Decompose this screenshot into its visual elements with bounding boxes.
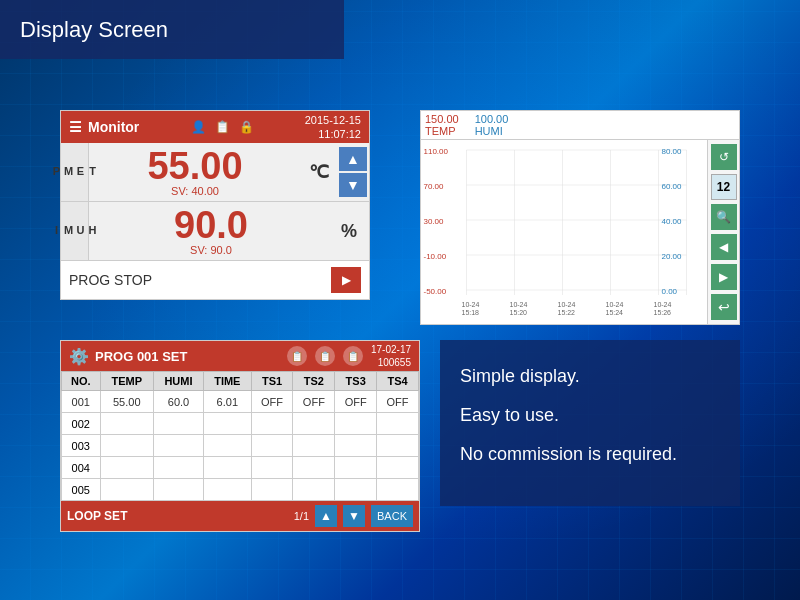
svg-text:15:18: 15:18 — [462, 309, 480, 316]
humi-sv: SV: 90.0 — [97, 244, 325, 256]
table-cell — [251, 479, 293, 501]
humi-nav-arrows — [365, 202, 369, 260]
monitor-date: 2015-12-15 — [305, 113, 361, 127]
prog-footer: LOOP SET 1/1 ▲ ▼ BACK — [61, 501, 419, 531]
page-up-btn[interactable]: ▲ — [315, 505, 337, 527]
temp-up-btn[interactable]: ▲ — [339, 147, 367, 171]
info-line2: Easy to use. — [460, 403, 720, 428]
table-cell: 60.0 — [153, 391, 203, 413]
col-humi: HUMI — [153, 372, 203, 391]
svg-text:80.00: 80.00 — [662, 147, 683, 156]
info-line1: Simple display. — [460, 364, 720, 389]
monitor-panel: ☰ Monitor 👤 📋 🔒 2015-12-15 11:07:12 TEMP… — [60, 110, 370, 300]
table-cell — [251, 435, 293, 457]
page-title: Display Screen — [20, 17, 168, 43]
chart-num-display: 12 — [711, 174, 737, 200]
svg-text:-10.00: -10.00 — [424, 252, 447, 261]
status-row: PROG STOP ▶ — [61, 261, 369, 299]
table-cell — [153, 435, 203, 457]
prog-table: NO. TEMP HUMI TIME TS1 TS2 TS3 TS4 00155… — [61, 371, 419, 501]
svg-text:10-24: 10-24 — [510, 301, 528, 308]
svg-text:10-24: 10-24 — [606, 301, 624, 308]
table-cell — [335, 413, 377, 435]
chart-svg: 110.00 70.00 30.00 -10.00 -50.00 80.00 6… — [421, 140, 707, 320]
table-cell — [377, 413, 419, 435]
temp-label: TEMP — [61, 143, 89, 201]
table-cell — [204, 435, 252, 457]
play-button[interactable]: ▶ — [331, 267, 361, 293]
table-cell — [204, 413, 252, 435]
table-cell — [335, 457, 377, 479]
svg-text:20.00: 20.00 — [662, 252, 683, 261]
prog-btn2[interactable]: 📋 — [315, 346, 335, 366]
monitor-title: Monitor — [88, 119, 139, 135]
table-row: 004 — [62, 457, 419, 479]
svg-text:15:26: 15:26 — [654, 309, 672, 316]
temp-sv: SV: 40.00 — [97, 185, 293, 197]
svg-text:0.00: 0.00 — [662, 287, 678, 296]
svg-text:30.00: 30.00 — [424, 217, 445, 226]
status-text: PROG STOP — [69, 272, 152, 288]
info-box: Simple display. Easy to use. No commissi… — [440, 340, 740, 506]
title-bar: Display Screen — [0, 0, 344, 59]
table-cell — [251, 413, 293, 435]
table-header-row: NO. TEMP HUMI TIME TS1 TS2 TS3 TS4 — [62, 372, 419, 391]
table-cell: OFF — [251, 391, 293, 413]
table-cell — [293, 413, 335, 435]
table-cell: 55.00 — [100, 391, 153, 413]
svg-text:10-24: 10-24 — [462, 301, 480, 308]
chart-main: 110.00 70.00 30.00 -10.00 -50.00 80.00 6… — [421, 140, 707, 320]
table-cell — [335, 435, 377, 457]
table-row: 00155.0060.06.01OFFOFFOFFOFF — [62, 391, 419, 413]
table-cell — [204, 457, 252, 479]
temp-unit: ℃ — [301, 143, 337, 201]
humi-label: HUMI — [61, 202, 89, 260]
page-down-btn[interactable]: ▼ — [343, 505, 365, 527]
table-cell — [204, 479, 252, 501]
chart-area: 110.00 70.00 30.00 -10.00 -50.00 80.00 6… — [421, 140, 739, 324]
svg-text:70.00: 70.00 — [424, 182, 445, 191]
prog-header-left: ⚙️ PROG 001 SET — [69, 347, 187, 366]
table-cell — [100, 413, 153, 435]
col-no: NO. — [62, 372, 101, 391]
table-cell: 002 — [62, 413, 101, 435]
table-cell: 003 — [62, 435, 101, 457]
temp-row: TEMP 55.00 SV: 40.00 ℃ ▲ ▼ — [61, 143, 369, 202]
table-row: 002 — [62, 413, 419, 435]
svg-text:15:24: 15:24 — [606, 309, 624, 316]
temp-nav-arrows: ▲ ▼ — [337, 143, 369, 201]
table-cell — [100, 435, 153, 457]
prog-title: PROG 001 SET — [95, 349, 187, 364]
prog-header: ⚙️ PROG 001 SET 📋 📋 📋 17-02-17 100655 — [61, 341, 419, 371]
svg-text:15:22: 15:22 — [558, 309, 576, 316]
table-row: 003 — [62, 435, 419, 457]
lock-icon: 🔒 — [236, 117, 256, 137]
menu-icon: ☰ — [69, 119, 82, 135]
chart-zoom-btn[interactable]: 🔍 — [711, 204, 737, 230]
table-cell — [293, 435, 335, 457]
person-icon: 👤 — [188, 117, 208, 137]
back-button[interactable]: BACK — [371, 505, 413, 527]
prog-btn1[interactable]: 📋 — [287, 346, 307, 366]
prog-btn3[interactable]: 📋 — [343, 346, 363, 366]
chart-left-btn[interactable]: ◀ — [711, 234, 737, 260]
table-cell: 004 — [62, 457, 101, 479]
table-cell — [100, 479, 153, 501]
col-temp: TEMP — [100, 372, 153, 391]
chart-right-btn[interactable]: ▶ — [711, 264, 737, 290]
temp-down-btn[interactable]: ▼ — [339, 173, 367, 197]
chart-header: 150.00 TEMP 100.00 HUMI — [421, 111, 739, 140]
table-cell — [377, 457, 419, 479]
monitor-header-left: ☰ Monitor — [69, 119, 139, 135]
svg-text:10-24: 10-24 — [654, 301, 672, 308]
table-cell: OFF — [335, 391, 377, 413]
table-cell — [153, 413, 203, 435]
chart-refresh-btn[interactable]: ↺ — [711, 144, 737, 170]
prog-datetime: 17-02-17 100655 — [371, 343, 411, 369]
prog-panel: ⚙️ PROG 001 SET 📋 📋 📋 17-02-17 100655 NO… — [60, 340, 420, 532]
temp-value-area: 55.00 SV: 40.00 — [89, 143, 301, 201]
chart-back-btn[interactable]: ↩ — [711, 294, 737, 320]
prog-icon: ⚙️ — [69, 347, 89, 366]
chart-humi-label: 100.00 HUMI — [475, 113, 509, 137]
info-line3: No commission is required. — [460, 442, 720, 467]
